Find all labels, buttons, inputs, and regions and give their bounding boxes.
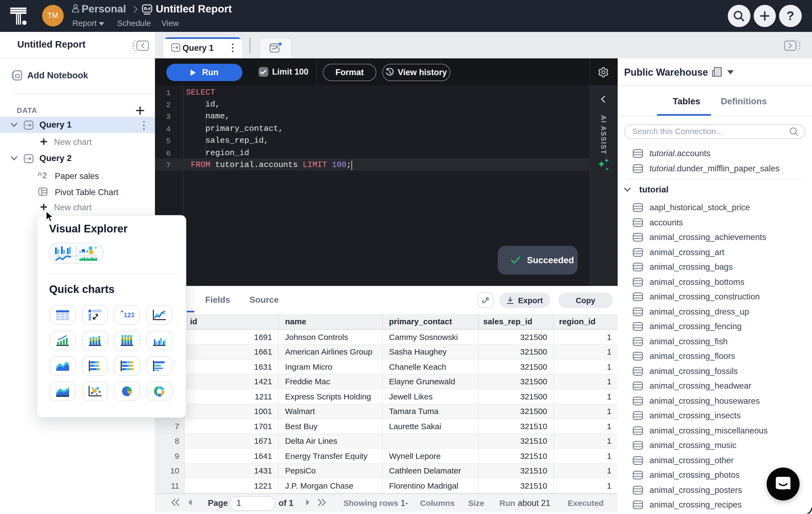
svg-text:123: 123 <box>124 311 134 319</box>
